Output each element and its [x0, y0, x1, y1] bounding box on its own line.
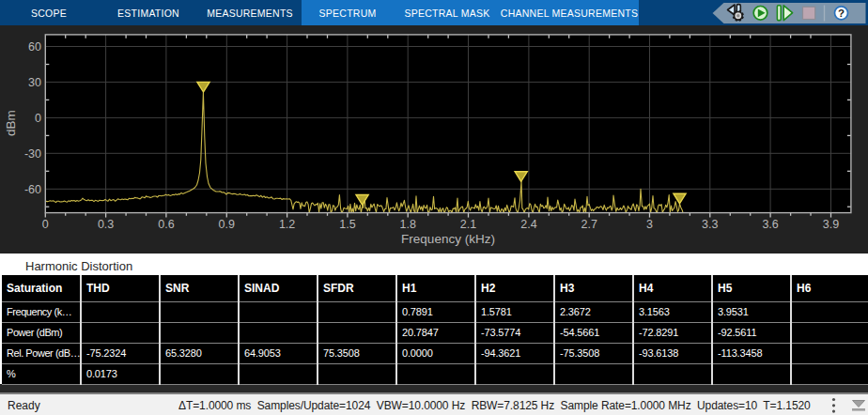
- svg-text:2.7: 2.7: [581, 218, 597, 231]
- svg-text:2.1: 2.1: [460, 218, 476, 231]
- svg-text:2.4: 2.4: [520, 218, 536, 231]
- svg-text:Frequency (kHz): Frequency (kHz): [401, 232, 495, 246]
- svg-text:1.5: 1.5: [339, 218, 355, 231]
- svg-text:3.9: 3.9: [823, 218, 839, 231]
- svg-text:?: ?: [838, 8, 845, 19]
- svg-text:3.3: 3.3: [702, 218, 718, 231]
- svg-text:3: 3: [646, 218, 653, 231]
- svg-text:dBm: dBm: [4, 110, 18, 136]
- svg-text:-30: -30: [24, 147, 41, 161]
- svg-text:0: 0: [35, 112, 41, 125]
- svg-text:0.6: 0.6: [158, 218, 174, 231]
- svg-text:-60: -60: [24, 183, 41, 196]
- svg-text:3.6: 3.6: [762, 218, 778, 231]
- svg-text:0.9: 0.9: [219, 218, 235, 231]
- svg-text:1.2: 1.2: [279, 218, 295, 231]
- svg-text:0.3: 0.3: [98, 218, 114, 231]
- svg-text:0: 0: [42, 218, 49, 231]
- svg-text:1.8: 1.8: [400, 218, 416, 231]
- svg-text:60: 60: [28, 40, 41, 54]
- svg-text:30: 30: [28, 76, 41, 89]
